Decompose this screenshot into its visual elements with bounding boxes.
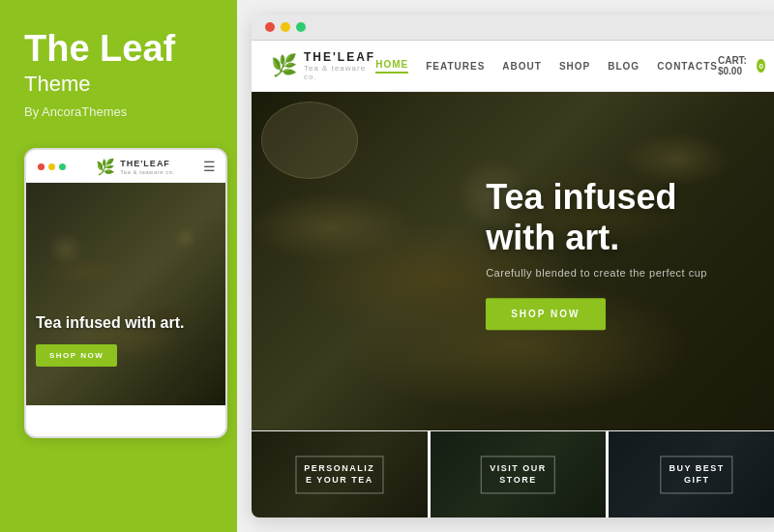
- mobile-header: 🌿 THE'LEAF Tea & teaware co. ☰: [26, 150, 225, 183]
- mobile-logo-sub: Tea & teaware co.: [120, 169, 175, 175]
- card-text-personalize: PERSONALIZE YOUR TEA: [295, 456, 383, 493]
- theme-subtitle: Theme: [24, 72, 213, 97]
- mobile-menu-icon[interactable]: ☰: [203, 159, 216, 174]
- mobile-dot-red: [38, 163, 45, 170]
- browser-content: 🌿 THE'LEAF Tea & teaware co. HOME FEATUR…: [252, 41, 774, 517]
- mobile-mockup: 🌿 THE'LEAF Tea & teaware co. ☰ Tea infus…: [24, 148, 227, 438]
- mobile-hero-text: Tea infused with art.: [36, 313, 216, 333]
- bowl-decoration: [261, 102, 358, 179]
- hero-title: Tea infusedwith art.: [486, 177, 707, 257]
- mobile-logo-text: THE'LEAF: [120, 159, 175, 169]
- browser-chrome: [252, 15, 774, 41]
- mobile-dot-green: [59, 163, 66, 170]
- site-hero: Tea infusedwith art. Carefully blended t…: [252, 92, 774, 430]
- card-text-store: VISIT OURSTORE: [481, 456, 555, 493]
- site-nav: HOME FEATURES ABOUT SHOP BLOG CONTACTS: [375, 59, 718, 74]
- left-panel: The Leaf Theme By AncoraThemes 🌿 THE'LEA…: [0, 0, 237, 532]
- nav-home[interactable]: HOME: [375, 59, 408, 74]
- nav-about[interactable]: ABOUT: [502, 61, 542, 72]
- site-logo-sub: Tea & teaware co.: [304, 64, 375, 81]
- mobile-dot-yellow: [48, 163, 55, 170]
- nav-contacts[interactable]: CONTACTS: [657, 61, 718, 72]
- card-store[interactable]: VISIT OURSTORE: [431, 431, 610, 517]
- hero-shop-button[interactable]: SHOP NOW: [486, 298, 605, 330]
- mobile-window-dots: [36, 163, 68, 170]
- mobile-hero-bg: [26, 183, 225, 405]
- site-logo-text: THE'LEAF: [304, 50, 375, 64]
- theme-title: The Leaf: [24, 29, 213, 70]
- cart-badge: 0: [757, 59, 765, 73]
- site-leaf-icon: 🌿: [271, 53, 297, 78]
- hero-subtitle: Carefully blended to create the perfect …: [486, 267, 707, 279]
- cart-label: CART: $0.00: [718, 55, 752, 76]
- card-personalize[interactable]: PERSONALIZE YOUR TEA: [252, 431, 431, 517]
- right-panel: 🌿 THE'LEAF Tea & teaware co. HOME FEATUR…: [237, 0, 774, 532]
- card-text-gift: BUY BESTGIFT: [660, 456, 732, 493]
- cart-area[interactable]: CART: $0.00 0: [718, 55, 765, 76]
- site-header: 🌿 THE'LEAF Tea & teaware co. HOME FEATUR…: [252, 41, 774, 92]
- mobile-logo: 🌿 THE'LEAF Tea & teaware co.: [96, 158, 175, 176]
- hero-content: Tea infusedwith art. Carefully blended t…: [486, 177, 707, 330]
- nav-features[interactable]: FEATURES: [426, 61, 485, 72]
- mobile-hero: Tea infused with art. SHOP NOW: [26, 183, 225, 405]
- mobile-leaf-icon: 🌿: [96, 158, 115, 176]
- browser-dot-yellow[interactable]: [281, 22, 290, 32]
- browser-window: 🌿 THE'LEAF Tea & teaware co. HOME FEATUR…: [252, 15, 774, 517]
- bottom-cards: PERSONALIZE YOUR TEA VISIT OURSTORE BUY …: [252, 430, 774, 517]
- card-gift[interactable]: BUY BESTGIFT: [609, 431, 774, 517]
- mobile-shop-button[interactable]: SHOP NOW: [36, 344, 117, 367]
- browser-dot-green[interactable]: [296, 22, 306, 32]
- nav-blog[interactable]: BLOG: [608, 61, 640, 72]
- nav-shop[interactable]: SHOP: [559, 61, 590, 72]
- browser-dot-red[interactable]: [265, 22, 275, 32]
- site-logo: 🌿 THE'LEAF Tea & teaware co.: [271, 50, 375, 81]
- theme-author: By AncoraThemes: [24, 104, 213, 119]
- mobile-hero-content: Tea infused with art. SHOP NOW: [36, 313, 216, 367]
